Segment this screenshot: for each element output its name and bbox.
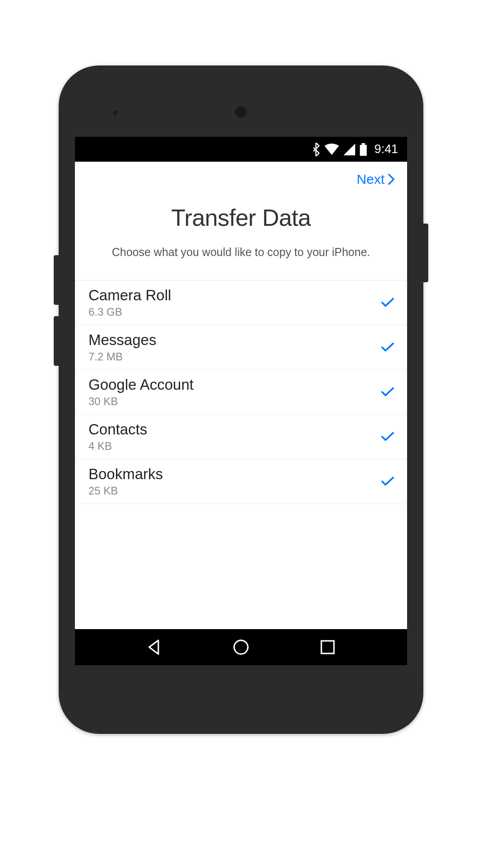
cellular-icon	[343, 144, 355, 155]
svg-rect-1	[362, 143, 366, 145]
svg-point-2	[234, 640, 248, 654]
item-size: 7.2 MB	[88, 350, 156, 363]
check-icon	[381, 298, 394, 308]
phone-frame: 9:41 Next Transfer Data Choose what you …	[59, 65, 423, 734]
item-size: 4 KB	[88, 440, 147, 453]
status-bar: 9:41	[75, 137, 407, 162]
android-nav-bar	[75, 629, 407, 665]
battery-icon	[360, 143, 367, 156]
item-label: Bookmarks	[88, 466, 163, 483]
header-section: Transfer Data Choose what you would like…	[75, 191, 407, 280]
phone-speaker	[235, 106, 247, 118]
item-size: 6.3 GB	[88, 306, 171, 318]
item-label: Contacts	[88, 421, 147, 438]
list-item-messages[interactable]: Messages 7.2 MB	[75, 325, 407, 370]
item-label: Google Account	[88, 376, 194, 393]
phone-sensor	[113, 111, 117, 115]
list-item-contacts[interactable]: Contacts 4 KB	[75, 415, 407, 459]
list-item-text: Camera Roll 6.3 GB	[88, 287, 171, 318]
list-item-bookmarks[interactable]: Bookmarks 25 KB	[75, 459, 407, 504]
check-icon	[381, 476, 394, 486]
list-item-text: Bookmarks 25 KB	[88, 466, 163, 497]
item-size: 30 KB	[88, 395, 194, 408]
list-item-camera-roll[interactable]: Camera Roll 6.3 GB	[75, 280, 407, 325]
list-item-text: Contacts 4 KB	[88, 421, 147, 453]
item-label: Camera Roll	[88, 287, 171, 304]
check-icon	[381, 342, 394, 352]
list-item-text: Google Account 30 KB	[88, 376, 194, 408]
screen: 9:41 Next Transfer Data Choose what you …	[75, 137, 407, 665]
status-time: 9:41	[374, 142, 398, 156]
nav-bar: Next	[75, 162, 407, 191]
volume-down-button[interactable]	[54, 316, 59, 366]
home-icon[interactable]	[232, 639, 250, 656]
check-icon	[381, 387, 394, 397]
page-title: Transfer Data	[93, 204, 389, 231]
recents-icon[interactable]	[319, 639, 336, 656]
transfer-list: Camera Roll 6.3 GB Messages 7.2 MB	[75, 280, 407, 629]
back-icon[interactable]	[146, 639, 163, 656]
svg-rect-0	[360, 145, 367, 155]
item-label: Messages	[88, 331, 156, 349]
next-button[interactable]: Next	[357, 172, 394, 187]
item-size: 25 KB	[88, 485, 163, 497]
chevron-right-icon	[388, 174, 394, 185]
app-content: Next Transfer Data Choose what you would…	[75, 162, 407, 629]
bluetooth-icon	[312, 143, 320, 156]
svg-rect-3	[321, 641, 334, 653]
list-item-text: Messages 7.2 MB	[88, 331, 156, 363]
page-subtitle: Choose what you would like to copy to yo…	[93, 244, 389, 260]
list-item-google-account[interactable]: Google Account 30 KB	[75, 370, 407, 415]
next-label: Next	[357, 172, 385, 187]
check-icon	[381, 432, 394, 442]
power-button[interactable]	[423, 224, 428, 282]
wifi-icon	[324, 144, 339, 155]
volume-up-button[interactable]	[54, 255, 59, 305]
